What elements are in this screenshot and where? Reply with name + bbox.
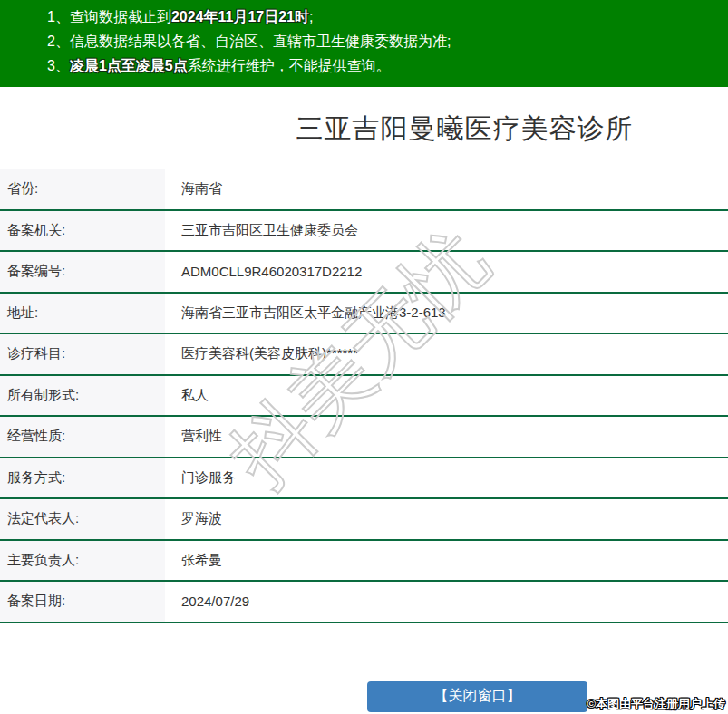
row-value-filing-authority: 三亚市吉阳区卫生健康委员会 xyxy=(165,211,728,251)
row-label-service-mode: 服务方式: xyxy=(0,458,165,498)
table-row: 备案机关: 三亚市吉阳区卫生健康委员会 xyxy=(0,211,728,253)
notice-bar: 1、查询数据截止到2024年11月17日21时; 2、信息数据结果以各省、自治区… xyxy=(0,0,728,87)
table-row: 所有制形式: 私人 xyxy=(0,376,728,418)
notice-line-1: 1、查询数据截止到2024年11月17日21时; xyxy=(47,5,719,29)
row-label-ownership-form: 所有制形式: xyxy=(0,376,165,416)
notice-1-bold: 2024年11月17日21时 xyxy=(171,9,309,24)
notice-1-post: ; xyxy=(309,9,313,24)
row-label-province: 省份: xyxy=(0,169,165,209)
row-label-filing-number: 备案编号: xyxy=(0,252,165,292)
row-label-address: 地址: xyxy=(0,294,165,333)
row-value-operation-nature: 营利性 xyxy=(165,417,728,457)
row-value-service-mode: 门诊服务 xyxy=(165,458,728,498)
table-row: 省份: 海南省 xyxy=(0,169,728,211)
notice-line-3: 3、凌晨1点至凌晨5点系统进行维护，不能提供查询。 xyxy=(47,53,719,78)
row-value-province: 海南省 xyxy=(165,169,728,209)
row-label-filing-authority: 备案机关: xyxy=(0,211,165,251)
row-label-filing-date: 备案日期: xyxy=(0,582,165,622)
row-label-legal-representative: 法定代表人: xyxy=(0,499,165,539)
copyright-watermark: ©本图由平台注册用户上传 xyxy=(587,696,725,712)
close-window-button[interactable]: 【关闭窗口】 xyxy=(367,681,587,712)
table-row: 诊疗科目: 医疗美容科(美容皮肤科)****** xyxy=(0,334,728,376)
notice-1-pre: 查询数据截止到 xyxy=(70,9,171,24)
table-row: 地址: 海南省三亚市吉阳区太平金融产业港3-2-613 xyxy=(0,294,728,335)
row-value-principal: 张希曼 xyxy=(165,541,728,581)
row-value-filing-number: ADM0CLL9R46020317D2212 xyxy=(165,252,728,292)
notice-2-num: 2、 xyxy=(47,34,70,49)
table-row: 备案日期: 2024/07/29 xyxy=(0,582,728,623)
notice-3-post: 系统进行维护，不能提供查询。 xyxy=(188,58,391,73)
row-value-clinical-departments: 医疗美容科(美容皮肤科)****** xyxy=(165,334,728,374)
notice-2-pre: 信息数据结果以各省、自治区、直辖市卫生健康委数据为准; xyxy=(70,34,451,49)
page-title: 三亚吉阳曼曦医疗美容诊所 xyxy=(201,111,728,148)
row-label-clinical-departments: 诊疗科目: xyxy=(0,334,165,374)
notice-3-bold: 凌晨1点至凌晨5点 xyxy=(70,58,188,73)
table-row: 备案编号: ADM0CLL9R46020317D2212 xyxy=(0,252,728,294)
notice-3-num: 3、 xyxy=(47,58,70,73)
record-table: 省份: 海南省 备案机关: 三亚市吉阳区卫生健康委员会 备案编号: ADM0CL… xyxy=(0,169,728,623)
table-row: 经营性质: 营利性 xyxy=(0,417,728,458)
notice-line-2: 2、信息数据结果以各省、自治区、直辖市卫生健康委数据为准; xyxy=(47,29,719,53)
table-row: 服务方式: 门诊服务 xyxy=(0,458,728,500)
row-value-legal-representative: 罗海波 xyxy=(165,499,728,539)
row-label-operation-nature: 经营性质: xyxy=(0,417,165,457)
notice-1-num: 1、 xyxy=(47,9,70,24)
row-value-address: 海南省三亚市吉阳区太平金融产业港3-2-613 xyxy=(165,294,728,333)
row-label-principal: 主要负责人: xyxy=(0,541,165,581)
table-row: 法定代表人: 罗海波 xyxy=(0,499,728,541)
table-row: 主要负责人: 张希曼 xyxy=(0,541,728,583)
row-value-ownership-form: 私人 xyxy=(165,376,728,416)
row-value-filing-date: 2024/07/29 xyxy=(165,582,728,622)
